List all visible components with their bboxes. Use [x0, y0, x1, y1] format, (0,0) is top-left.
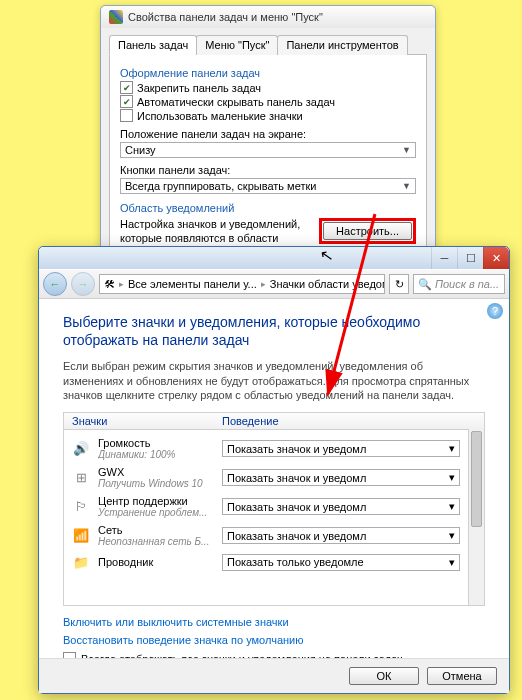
- icons-table: Значки Поведение 🔊ГромкостьДинамики: 100…: [63, 412, 485, 606]
- chevron-right-icon: ▸: [119, 279, 124, 289]
- checkbox-always-show[interactable]: [63, 652, 76, 658]
- row-name: Громкость: [98, 437, 214, 449]
- chevron-right-icon: ▸: [261, 279, 266, 289]
- link-restore-defaults[interactable]: Восстановить поведение значка по умолчан…: [63, 634, 485, 646]
- app-icon: 📶: [72, 527, 90, 545]
- label-autohide: Автоматически скрывать панель задач: [137, 96, 335, 108]
- app-icon: 🔊: [72, 440, 90, 458]
- section-notification: Область уведомлений: [120, 202, 416, 214]
- row-subtext: Получить Windows 10: [98, 478, 214, 489]
- label-position: Положение панели задач на экране:: [120, 128, 416, 140]
- app-icon: ⊞: [72, 469, 90, 487]
- checkbox-lock[interactable]: [120, 81, 133, 94]
- combo-position[interactable]: Снизу▼: [120, 142, 416, 158]
- section-appearance: Оформление панели задач: [120, 67, 416, 79]
- combo-buttons-value: Всегда группировать, скрывать метки: [125, 180, 316, 192]
- link-system-icons[interactable]: Включить или выключить системные значки: [63, 616, 485, 628]
- label-lock: Закрепить панель задач: [137, 82, 261, 94]
- page-description: Если выбран режим скрытия значков и увед…: [63, 359, 485, 402]
- label-always-show: Всегда отображать все значки и уведомлен…: [81, 653, 403, 658]
- scrollbar-thumb[interactable]: [471, 431, 482, 527]
- behavior-value: Показать значок и уведомл: [227, 501, 366, 513]
- row-name: Сеть: [98, 524, 214, 536]
- notification-icons-window: ─ ☐ ✕ ← → 🛠 ▸ Все элементы панели у... ▸…: [38, 246, 510, 694]
- scrollbar[interactable]: [468, 429, 484, 605]
- win2-titlebar[interactable]: ─ ☐ ✕: [39, 247, 509, 269]
- row-name: GWX: [98, 466, 214, 478]
- behavior-combo[interactable]: Показать значок и уведомл▾: [222, 498, 460, 515]
- search-placeholder: Поиск в па...: [435, 278, 499, 290]
- chevron-down-icon: ▾: [449, 500, 455, 513]
- row-subtext: Динамики: 100%: [98, 449, 214, 460]
- app-icon: 🏳: [72, 498, 90, 516]
- control-panel-icon: 🛠: [104, 278, 115, 290]
- chevron-down-icon: ▼: [402, 181, 411, 191]
- customize-button[interactable]: Настроить...: [323, 222, 412, 240]
- chevron-down-icon: ▾: [449, 471, 455, 484]
- label-buttons: Кнопки панели задач:: [120, 164, 416, 176]
- column-header-icons: Значки: [64, 413, 214, 429]
- cancel-button[interactable]: Отмена: [427, 667, 497, 685]
- combo-position-value: Снизу: [125, 144, 156, 156]
- behavior-combo[interactable]: Показать значок и уведомл▾: [222, 469, 460, 486]
- combo-buttons[interactable]: Всегда группировать, скрывать метки▼: [120, 178, 416, 194]
- tab-startmenu[interactable]: Меню "Пуск": [196, 35, 278, 55]
- app-icon: 📁: [72, 553, 90, 571]
- checkbox-smallicons[interactable]: [120, 109, 133, 122]
- row-subtext: Устранение проблем...: [98, 507, 214, 518]
- maximize-button[interactable]: ☐: [457, 247, 483, 269]
- row-name: Центр поддержки: [98, 495, 214, 507]
- minimize-button[interactable]: ─: [431, 247, 457, 269]
- breadcrumb[interactable]: 🛠 ▸ Все элементы панели у... ▸ Значки об…: [99, 274, 385, 294]
- behavior-value: Показать значок и уведомл: [227, 530, 366, 542]
- checkbox-autohide[interactable]: [120, 95, 133, 108]
- behavior-combo[interactable]: Показать значок и уведомл▾: [222, 527, 460, 544]
- breadcrumb-item[interactable]: Все элементы панели у...: [128, 278, 257, 290]
- table-row: 🏳Центр поддержкиУстранение проблем...Пок…: [64, 492, 468, 521]
- win2-footer: ОК Отмена: [39, 658, 509, 693]
- nav-back-button[interactable]: ←: [43, 272, 67, 296]
- nav-forward-button[interactable]: →: [71, 272, 95, 296]
- ok-button[interactable]: ОК: [349, 667, 419, 685]
- column-header-behavior: Поведение: [214, 413, 484, 429]
- behavior-combo[interactable]: Показать значок и уведомл▾: [222, 440, 460, 457]
- search-input[interactable]: 🔍Поиск в па...: [413, 274, 505, 294]
- behavior-value: Показать значок и уведомл: [227, 443, 366, 455]
- label-smallicons: Использовать маленькие значки: [137, 110, 303, 122]
- behavior-value: Показать только уведомле: [227, 556, 364, 568]
- row-name: Проводник: [98, 556, 214, 568]
- behavior-combo[interactable]: Показать только уведомле▾: [222, 554, 460, 571]
- row-subtext: Неопознанная сеть Б...: [98, 536, 214, 547]
- refresh-button[interactable]: ↻: [389, 274, 409, 294]
- breadcrumb-item[interactable]: Значки области уведомлений: [270, 278, 385, 290]
- win2-navbar: ← → 🛠 ▸ Все элементы панели у... ▸ Значк…: [39, 269, 509, 299]
- dialog1-tabs: Панель задач Меню "Пуск" Панели инструме…: [109, 34, 427, 55]
- window-icon: [109, 10, 123, 24]
- table-row: 🔊ГромкостьДинамики: 100%Показать значок …: [64, 434, 468, 463]
- help-icon[interactable]: ?: [487, 303, 503, 319]
- search-icon: 🔍: [418, 278, 432, 291]
- chevron-down-icon: ▼: [402, 145, 411, 155]
- chevron-down-icon: ▾: [449, 556, 455, 569]
- page-heading: Выберите значки и уведомления, которые н…: [63, 313, 485, 349]
- close-button[interactable]: ✕: [483, 247, 509, 269]
- table-row: 📶СетьНеопознанная сеть Б...Показать знач…: [64, 521, 468, 550]
- tab-toolbars[interactable]: Панели инструментов: [277, 35, 407, 55]
- chevron-down-icon: ▾: [449, 442, 455, 455]
- table-row: 📁ПроводникПоказать только уведомле▾: [64, 550, 468, 574]
- dialog1-title-text: Свойства панели задач и меню "Пуск": [128, 11, 323, 23]
- highlight-annotation: Настроить...: [319, 218, 416, 244]
- chevron-down-icon: ▾: [449, 529, 455, 542]
- table-row: ⊞GWXПолучить Windows 10Показать значок и…: [64, 463, 468, 492]
- tab-taskbar[interactable]: Панель задач: [109, 35, 197, 55]
- behavior-value: Показать значок и уведомл: [227, 472, 366, 484]
- dialog1-titlebar[interactable]: Свойства панели задач и меню "Пуск": [101, 6, 435, 28]
